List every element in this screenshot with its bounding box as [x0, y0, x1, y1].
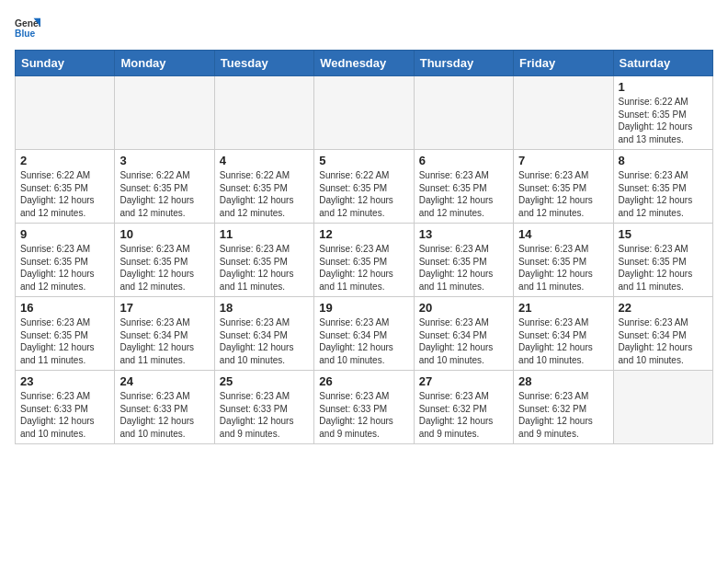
calendar-cell: 2Sunrise: 6:22 AM Sunset: 6:35 PM Daylig…: [16, 150, 115, 224]
day-number: 15: [619, 227, 708, 241]
calendar-cell: 12Sunrise: 6:23 AM Sunset: 6:35 PM Dayli…: [314, 224, 414, 297]
day-number: 2: [20, 154, 109, 167]
calendar-cell: 13Sunrise: 6:23 AM Sunset: 6:35 PM Dayli…: [414, 224, 513, 297]
calendar-cell: 4Sunrise: 6:22 AM Sunset: 6:35 PM Daylig…: [214, 150, 313, 224]
calendar-cell: 8Sunrise: 6:23 AM Sunset: 6:35 PM Daylig…: [613, 150, 712, 224]
day-number: 26: [319, 374, 408, 388]
day-info: Sunrise: 6:23 AM Sunset: 6:35 PM Dayligh…: [319, 243, 408, 293]
day-info: Sunrise: 6:23 AM Sunset: 6:33 PM Dayligh…: [119, 390, 209, 440]
calendar-cell: 15Sunrise: 6:23 AM Sunset: 6:35 PM Dayli…: [613, 224, 712, 297]
day-info: Sunrise: 6:23 AM Sunset: 6:35 PM Dayligh…: [20, 243, 109, 293]
day-number: 24: [119, 374, 209, 388]
day-number: 11: [220, 227, 309, 241]
calendar-cell: 1Sunrise: 6:22 AM Sunset: 6:35 PM Daylig…: [613, 76, 712, 150]
calendar-cell: 27Sunrise: 6:23 AM Sunset: 6:32 PM Dayli…: [414, 371, 513, 444]
logo-icon: General Blue: [15, 15, 40, 40]
calendar-cell: 24Sunrise: 6:23 AM Sunset: 6:33 PM Dayli…: [115, 371, 214, 444]
day-info: Sunrise: 6:23 AM Sunset: 6:35 PM Dayligh…: [119, 243, 209, 293]
day-info: Sunrise: 6:22 AM Sunset: 6:35 PM Dayligh…: [319, 169, 408, 219]
day-info: Sunrise: 6:23 AM Sunset: 6:34 PM Dayligh…: [518, 316, 608, 366]
calendar-cell: 5Sunrise: 6:22 AM Sunset: 6:35 PM Daylig…: [314, 150, 414, 224]
day-info: Sunrise: 6:23 AM Sunset: 6:34 PM Dayligh…: [619, 316, 708, 366]
day-info: Sunrise: 6:23 AM Sunset: 6:33 PM Dayligh…: [220, 390, 309, 440]
calendar-cell: 22Sunrise: 6:23 AM Sunset: 6:34 PM Dayli…: [613, 297, 712, 371]
weekday-header-wednesday: Wednesday: [314, 51, 414, 76]
day-info: Sunrise: 6:23 AM Sunset: 6:35 PM Dayligh…: [518, 169, 608, 219]
day-info: Sunrise: 6:23 AM Sunset: 6:35 PM Dayligh…: [20, 316, 109, 366]
day-info: Sunrise: 6:23 AM Sunset: 6:34 PM Dayligh…: [319, 316, 408, 366]
day-info: Sunrise: 6:23 AM Sunset: 6:35 PM Dayligh…: [419, 243, 508, 293]
day-number: 21: [518, 301, 608, 315]
weekday-header-monday: Monday: [115, 51, 214, 76]
calendar-cell: 17Sunrise: 6:23 AM Sunset: 6:34 PM Dayli…: [115, 297, 214, 371]
week-row-2: 2Sunrise: 6:22 AM Sunset: 6:35 PM Daylig…: [16, 150, 713, 224]
day-number: 28: [518, 374, 608, 388]
day-number: 5: [319, 154, 408, 167]
calendar-cell: [414, 76, 513, 150]
day-number: 10: [119, 227, 209, 241]
calendar-cell: 6Sunrise: 6:23 AM Sunset: 6:35 PM Daylig…: [414, 150, 513, 224]
day-number: 18: [220, 301, 309, 315]
svg-text:Blue: Blue: [15, 29, 36, 39]
calendar-table: SundayMondayTuesdayWednesdayThursdayFrid…: [15, 50, 713, 444]
calendar-cell: 7Sunrise: 6:23 AM Sunset: 6:35 PM Daylig…: [514, 150, 613, 224]
week-row-4: 16Sunrise: 6:23 AM Sunset: 6:35 PM Dayli…: [16, 297, 713, 371]
logo: General Blue: [15, 15, 40, 40]
calendar-cell: 23Sunrise: 6:23 AM Sunset: 6:33 PM Dayli…: [16, 371, 115, 444]
calendar-cell: 26Sunrise: 6:23 AM Sunset: 6:33 PM Dayli…: [314, 371, 414, 444]
day-info: Sunrise: 6:23 AM Sunset: 6:35 PM Dayligh…: [619, 169, 708, 219]
day-number: 13: [419, 227, 508, 241]
day-info: Sunrise: 6:23 AM Sunset: 6:34 PM Dayligh…: [220, 316, 309, 366]
calendar-cell: [214, 76, 313, 150]
calendar-cell: [514, 76, 613, 150]
day-number: 19: [319, 301, 408, 315]
weekday-header-sunday: Sunday: [16, 51, 115, 76]
day-number: 1: [619, 80, 708, 94]
day-info: Sunrise: 6:22 AM Sunset: 6:35 PM Dayligh…: [119, 169, 209, 219]
week-row-5: 23Sunrise: 6:23 AM Sunset: 6:33 PM Dayli…: [16, 371, 713, 444]
calendar-cell: 21Sunrise: 6:23 AM Sunset: 6:34 PM Dayli…: [514, 297, 613, 371]
calendar-cell: 16Sunrise: 6:23 AM Sunset: 6:35 PM Dayli…: [16, 297, 115, 371]
calendar-cell: 19Sunrise: 6:23 AM Sunset: 6:34 PM Dayli…: [314, 297, 414, 371]
day-number: 7: [518, 154, 608, 167]
calendar-cell: 25Sunrise: 6:23 AM Sunset: 6:33 PM Dayli…: [214, 371, 313, 444]
day-number: 14: [518, 227, 608, 241]
day-number: 9: [20, 227, 109, 241]
day-number: 12: [319, 227, 408, 241]
week-row-3: 9Sunrise: 6:23 AM Sunset: 6:35 PM Daylig…: [16, 224, 713, 297]
page-header: General Blue: [15, 15, 713, 40]
day-number: 23: [20, 374, 109, 388]
calendar-cell: 14Sunrise: 6:23 AM Sunset: 6:35 PM Dayli…: [514, 224, 613, 297]
calendar-cell: [16, 76, 115, 150]
calendar-cell: 18Sunrise: 6:23 AM Sunset: 6:34 PM Dayli…: [214, 297, 313, 371]
calendar-cell: [613, 371, 712, 444]
weekday-header-friday: Friday: [514, 51, 613, 76]
weekday-header-saturday: Saturday: [613, 51, 712, 76]
day-number: 4: [220, 154, 309, 167]
day-info: Sunrise: 6:22 AM Sunset: 6:35 PM Dayligh…: [20, 169, 109, 219]
day-info: Sunrise: 6:23 AM Sunset: 6:32 PM Dayligh…: [419, 390, 508, 440]
day-info: Sunrise: 6:23 AM Sunset: 6:35 PM Dayligh…: [518, 243, 608, 293]
day-number: 17: [119, 301, 209, 315]
day-info: Sunrise: 6:22 AM Sunset: 6:35 PM Dayligh…: [220, 169, 309, 219]
calendar-cell: 9Sunrise: 6:23 AM Sunset: 6:35 PM Daylig…: [16, 224, 115, 297]
day-number: 20: [419, 301, 508, 315]
day-info: Sunrise: 6:23 AM Sunset: 6:35 PM Dayligh…: [619, 243, 708, 293]
day-info: Sunrise: 6:22 AM Sunset: 6:35 PM Dayligh…: [619, 96, 708, 145]
weekday-header-tuesday: Tuesday: [214, 51, 313, 76]
calendar-cell: 3Sunrise: 6:22 AM Sunset: 6:35 PM Daylig…: [115, 150, 214, 224]
weekday-header-row: SundayMondayTuesdayWednesdayThursdayFrid…: [16, 51, 713, 76]
day-number: 27: [419, 374, 508, 388]
day-info: Sunrise: 6:23 AM Sunset: 6:33 PM Dayligh…: [319, 390, 408, 440]
day-info: Sunrise: 6:23 AM Sunset: 6:34 PM Dayligh…: [119, 316, 209, 366]
calendar-cell: 10Sunrise: 6:23 AM Sunset: 6:35 PM Dayli…: [115, 224, 214, 297]
day-number: 22: [619, 301, 708, 315]
day-number: 6: [419, 154, 508, 167]
day-info: Sunrise: 6:23 AM Sunset: 6:32 PM Dayligh…: [518, 390, 608, 440]
day-number: 16: [20, 301, 109, 315]
calendar-cell: [314, 76, 414, 150]
day-info: Sunrise: 6:23 AM Sunset: 6:35 PM Dayligh…: [220, 243, 309, 293]
weekday-header-thursday: Thursday: [414, 51, 513, 76]
day-number: 25: [220, 374, 309, 388]
calendar-cell: 11Sunrise: 6:23 AM Sunset: 6:35 PM Dayli…: [214, 224, 313, 297]
